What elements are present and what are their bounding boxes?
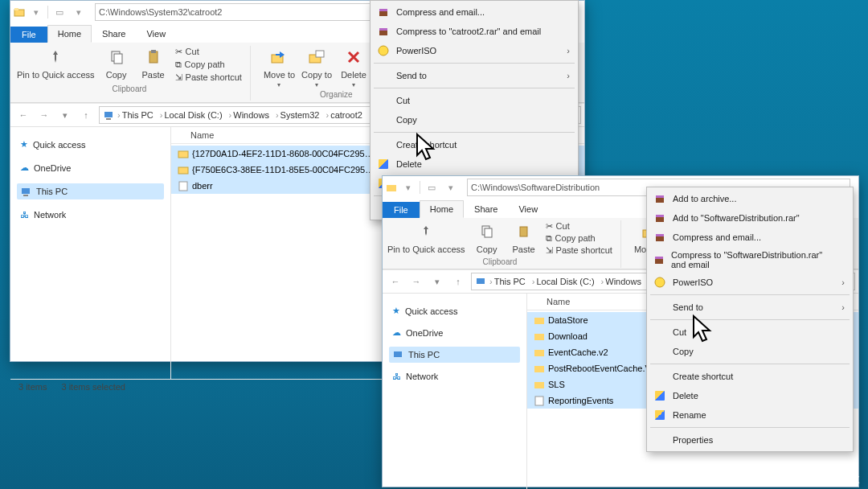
pc-icon	[475, 276, 486, 287]
svg-rect-34	[534, 318, 544, 324]
ctx-add-to[interactable]: Add to "SoftwareDistribution.rar"	[649, 208, 851, 228]
ctx-sendto[interactable]: Send to›	[372, 66, 576, 85]
up-button[interactable]: ↑	[76, 105, 96, 125]
nav-thispc[interactable]: This PC	[17, 183, 164, 199]
svg-rect-45	[656, 234, 664, 236]
ctx-create-shortcut[interactable]: Create shortcut	[649, 367, 851, 386]
nav-pane: ★Quick access ☁OneDrive This PC 🖧Network	[383, 294, 527, 489]
nav-network[interactable]: 🖧Network	[389, 369, 520, 384]
forward-button[interactable]: →	[35, 105, 54, 125]
menu-home[interactable]: Home	[420, 200, 464, 218]
menu-home[interactable]: Home	[47, 25, 92, 43]
svg-rect-38	[534, 382, 544, 388]
cloud-icon: ☁	[20, 162, 29, 173]
pasteshortcut-button[interactable]: ⇲Paste shortcut	[546, 244, 612, 256]
ctx-compress-to[interactable]: Compress to "catroot2.rar" and email	[372, 22, 576, 41]
menu-view[interactable]: View	[136, 25, 176, 43]
menu-file[interactable]: File	[10, 27, 47, 43]
forward-button[interactable]: →	[407, 272, 426, 291]
qa-btn[interactable]: ▭	[424, 179, 440, 195]
nav-onedrive[interactable]: ☁OneDrive	[389, 325, 520, 340]
ctx-compress-to[interactable]: Compress to "SoftwareDistribution.rar" a…	[649, 247, 851, 273]
svg-rect-1	[14, 8, 18, 10]
ctx-add-archive[interactable]: Add to archive...	[649, 189, 851, 208]
back-button[interactable]: ←	[386, 272, 405, 291]
menu-share[interactable]: Share	[92, 25, 136, 43]
qa-btn2[interactable]: ▾	[71, 4, 87, 20]
ctx-delete[interactable]: Delete	[372, 154, 576, 174]
selection-count: 3 items selected	[61, 382, 125, 392]
up-button[interactable]: ↑	[448, 272, 468, 291]
recent-button[interactable]: ▾	[428, 272, 447, 291]
nav-quickaccess[interactable]: ★Quick access	[389, 303, 520, 318]
back-button[interactable]: ←	[14, 105, 33, 125]
svg-point-48	[655, 277, 665, 287]
qa-btn2[interactable]: ▾	[443, 179, 459, 195]
folder-icon	[386, 182, 397, 193]
svg-rect-0	[14, 10, 24, 16]
svg-rect-35	[534, 334, 544, 340]
svg-rect-14	[106, 118, 111, 120]
qa-dropdown[interactable]: ▾	[400, 179, 416, 195]
winrar-icon	[377, 6, 390, 18]
svg-point-24	[379, 46, 388, 55]
winrar-icon	[653, 192, 666, 205]
svg-rect-17	[178, 151, 188, 158]
copy-button[interactable]: Copy	[101, 46, 132, 80]
pin-button[interactable]: Pin to Quick access	[17, 46, 95, 80]
svg-rect-16	[23, 195, 28, 196]
svg-rect-19	[179, 182, 187, 191]
delete-button[interactable]: Delete▾	[338, 46, 369, 88]
context-menu-2: Add to archive... Add to "SoftwareDistri…	[646, 187, 854, 452]
ctx-poweriso[interactable]: PowerISO›	[372, 41, 576, 60]
ctx-copy[interactable]: Copy	[372, 110, 576, 129]
col-name: Name	[184, 127, 220, 143]
nav-onedrive[interactable]: ☁OneDrive	[17, 160, 164, 175]
winrar-icon	[653, 231, 666, 244]
paste-button[interactable]: Paste	[138, 46, 169, 80]
qa-dropdown[interactable]: ▾	[28, 4, 44, 20]
ctx-rename[interactable]: Rename	[649, 405, 851, 425]
pin-button[interactable]: Pin to Quick access	[387, 220, 465, 254]
ctx-compress-email[interactable]: Compress and email...	[649, 228, 851, 247]
pc-icon	[20, 186, 31, 197]
ctx-cut[interactable]: Cut	[372, 91, 576, 110]
ctx-copy[interactable]: Copy	[649, 342, 851, 361]
svg-rect-5	[151, 50, 156, 53]
cut-button[interactable]: ✂Cut	[175, 46, 242, 57]
recent-button[interactable]: ▾	[55, 105, 75, 125]
svg-rect-37	[534, 366, 544, 372]
svg-rect-8	[316, 51, 324, 57]
ctx-delete[interactable]: Delete	[649, 386, 851, 405]
cut-button[interactable]: ✂Cut	[546, 220, 612, 232]
qa-btn[interactable]: ▭	[51, 4, 68, 20]
ribbon-group-clipboard: Clipboard	[113, 84, 147, 93]
nav-network[interactable]: 🖧Network	[17, 208, 164, 222]
ctx-compress-email[interactable]: Compress and email...	[372, 2, 576, 22]
shield-icon	[653, 389, 666, 402]
menu-share[interactable]: Share	[464, 200, 508, 218]
copypath-button[interactable]: ⧉Copy path	[175, 59, 242, 70]
paste-button[interactable]: Paste	[509, 220, 539, 254]
svg-rect-41	[656, 195, 664, 198]
copy-button[interactable]: Copy	[472, 220, 502, 254]
svg-rect-39	[535, 397, 543, 405]
ctx-properties[interactable]: Properties	[649, 430, 851, 450]
menu-view[interactable]: View	[508, 200, 548, 218]
copyto-button[interactable]: Copy to▾	[301, 46, 332, 88]
moveto-button[interactable]: Move to▾	[264, 46, 295, 88]
ctx-cut[interactable]: Cut	[649, 323, 851, 342]
nav-quickaccess[interactable]: ★Quick access	[17, 137, 164, 152]
ctx-create-shortcut[interactable]: Create shortcut	[372, 135, 576, 154]
col-name: Name	[540, 294, 576, 310]
menu-file[interactable]: File	[383, 202, 420, 218]
pasteshortcut-button[interactable]: ⇲Paste shortcut	[175, 72, 242, 83]
poweriso-icon	[377, 44, 390, 57]
ctx-poweriso[interactable]: PowerISO›	[649, 273, 851, 292]
svg-rect-25	[387, 185, 396, 191]
network-icon: 🖧	[392, 372, 401, 381]
ctx-sendto[interactable]: Send to›	[649, 298, 851, 317]
nav-thispc[interactable]: This PC	[389, 347, 520, 363]
copypath-button[interactable]: ⧉Copy path	[546, 232, 612, 244]
star-icon: ★	[392, 306, 400, 316]
